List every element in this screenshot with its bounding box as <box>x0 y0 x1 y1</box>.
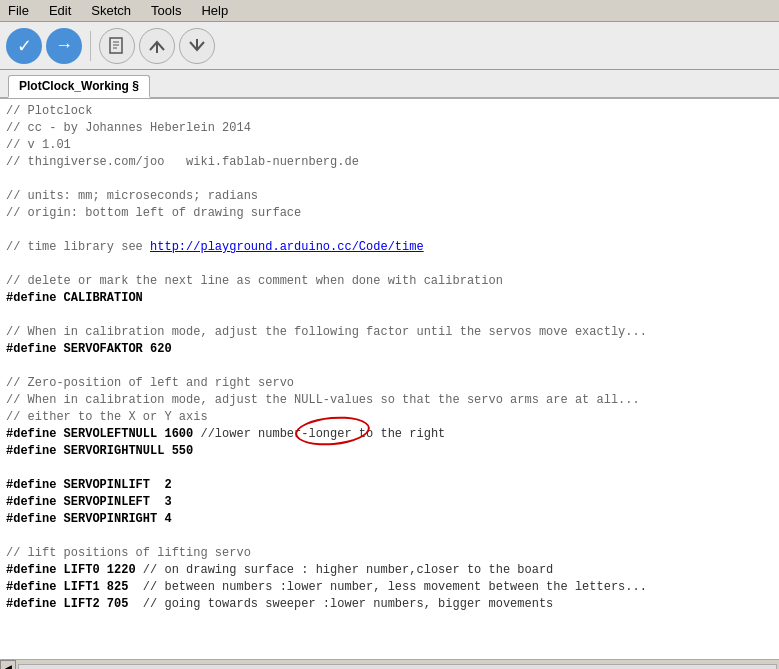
toolbar-separator <box>90 31 91 61</box>
new-icon <box>107 36 127 56</box>
code-line <box>6 460 773 477</box>
code-line: // When in calibration mode, adjust the … <box>6 324 773 341</box>
code-line <box>6 222 773 239</box>
code-line-define-servoleftnull: #define SERVOLEFTNULL 1600 //lower numbe… <box>6 426 773 443</box>
code-line: // v 1.01 <box>6 137 773 154</box>
horizontal-scrollbar[interactable]: ◀ <box>0 659 779 669</box>
verify-button[interactable]: ✓ <box>6 28 42 64</box>
code-line: // Zero-position of left and right servo <box>6 375 773 392</box>
editor-area: // Plotclock // cc - by Johannes Heberle… <box>0 99 779 659</box>
code-line-define-servopinright: #define SERVOPINRIGHT 4 <box>6 511 773 528</box>
tab-plotclock[interactable]: PlotClock_Working § <box>8 75 150 98</box>
upload-button[interactable]: → <box>46 28 82 64</box>
code-line <box>6 528 773 545</box>
code-line <box>6 256 773 273</box>
code-line-define-servofaktor: #define SERVOFAKTOR 620 <box>6 341 773 358</box>
toolbar: ✓ → <box>0 22 779 70</box>
code-line: // units: mm; microseconds; radians <box>6 188 773 205</box>
open-button[interactable] <box>139 28 175 64</box>
open-icon <box>147 36 167 56</box>
code-line: // origin: bottom left of drawing surfac… <box>6 205 773 222</box>
save-icon <box>187 36 207 56</box>
scroll-track[interactable] <box>18 664 777 670</box>
code-line: // either to the X or Y axis <box>6 409 773 426</box>
menu-edit[interactable]: Edit <box>45 2 75 19</box>
editor-scroll[interactable]: // Plotclock // cc - by Johannes Heberle… <box>0 99 779 659</box>
code-line <box>6 171 773 188</box>
code-line-define-lift2: #define LIFT2 705 // going towards sweep… <box>6 596 773 613</box>
code-line: // Plotclock <box>6 103 773 120</box>
code-line: // thingiverse.com/joo wiki.fablab-nuern… <box>6 154 773 171</box>
scroll-left-arrow[interactable]: ◀ <box>0 660 16 670</box>
code-line-define-servorightnull: #define SERVORIGHTNULL 550 <box>6 443 773 460</box>
menubar: File Edit Sketch Tools Help <box>0 0 779 22</box>
code-line-link: // time library see http://playground.ar… <box>6 239 773 256</box>
code-line: // When in calibration mode, adjust the … <box>6 392 773 409</box>
tabbar: PlotClock_Working § <box>0 70 779 99</box>
code-line: // lift positions of lifting servo <box>6 545 773 562</box>
new-button[interactable] <box>99 28 135 64</box>
menu-file[interactable]: File <box>4 2 33 19</box>
code-line <box>6 358 773 375</box>
arduino-link[interactable]: http://playground.arduino.cc/Code/time <box>150 240 424 254</box>
code-line: // cc - by Johannes Heberlein 2014 <box>6 120 773 137</box>
menu-sketch[interactable]: Sketch <box>87 2 135 19</box>
code-line-define-calibration: #define CALIBRATION <box>6 290 773 307</box>
code-line-define-servopinlift: #define SERVOPINLIFT 2 <box>6 477 773 494</box>
save-button[interactable] <box>179 28 215 64</box>
menu-tools[interactable]: Tools <box>147 2 185 19</box>
code-line-define-lift0: #define LIFT0 1220 // on drawing surface… <box>6 562 773 579</box>
menu-help[interactable]: Help <box>197 2 232 19</box>
code-line <box>6 307 773 324</box>
code-line: // delete or mark the next line as comme… <box>6 273 773 290</box>
code-line-define-servopinleft: #define SERVOPINLEFT 3 <box>6 494 773 511</box>
code-line-define-lift1: #define LIFT1 825 // between numbers :lo… <box>6 579 773 596</box>
